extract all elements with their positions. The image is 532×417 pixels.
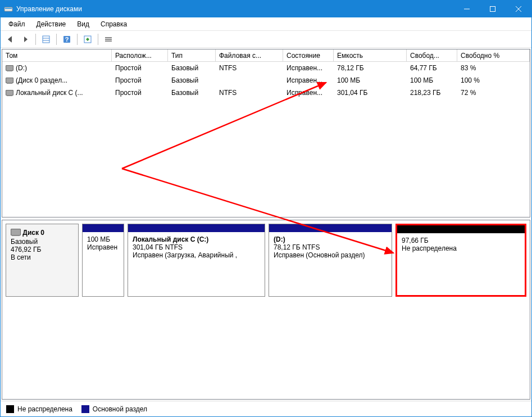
partition-color-bar	[397, 225, 525, 233]
partition-color-bar	[83, 224, 124, 232]
volume-icon	[6, 65, 13, 71]
volume-list-pane: Том Располож... Тип Файловая с... Состоя…	[2, 49, 530, 217]
toolbar-separator	[35, 34, 36, 45]
menu-action[interactable]: Действие	[31, 19, 72, 29]
cell-text: Исправен...	[287, 76, 322, 84]
cell-text: (D:)	[16, 64, 27, 72]
forward-button[interactable]	[19, 33, 32, 46]
window-title: Управление дисками	[16, 5, 454, 13]
partition-size: 100 МБ	[87, 235, 119, 243]
help-button[interactable]: ?	[60, 33, 74, 46]
cell-text: Базовый	[171, 76, 198, 84]
col-status[interactable]: Состояние	[283, 49, 334, 62]
cell-text: NTFS	[219, 64, 237, 72]
col-freepct[interactable]: Свободно %	[457, 49, 530, 62]
partition-size: 78,12 ГБ NTFS	[274, 243, 387, 251]
partition-box[interactable]: Локальный диск C (C:)301,04 ГБ NTFSИспра…	[128, 224, 265, 297]
cell-text: 218,23 ГБ	[410, 89, 440, 97]
disk-icon	[11, 229, 21, 235]
volume-cell: 100 %	[457, 76, 530, 84]
volume-cell: 78,12 ГБ	[334, 64, 407, 72]
svg-rect-14	[105, 40, 112, 42]
cell-text: Исправен...	[287, 89, 322, 97]
volume-icon	[6, 90, 13, 96]
svg-rect-13	[105, 39, 112, 40]
toolbar-separator	[98, 34, 98, 45]
cell-text: Локальный диск C (...	[16, 89, 83, 97]
partition-box[interactable]: 100 МБИсправен	[82, 224, 124, 297]
partition-status: Не распределена	[402, 244, 520, 252]
partition-box[interactable]: 97,66 ГБНе распределена	[395, 224, 526, 297]
minimize-button[interactable]	[454, 1, 480, 17]
legend-primary: Основной раздел	[81, 405, 147, 413]
cell-text: 72 %	[461, 89, 476, 97]
col-volume[interactable]: Том	[2, 49, 112, 62]
menu-help[interactable]: Справка	[95, 19, 133, 29]
partition-content: 97,66 ГБНе распределена	[397, 233, 525, 295]
volume-cell: 83 %	[457, 64, 530, 72]
volume-cell: Простой	[112, 64, 168, 72]
cell-text: 83 %	[461, 64, 476, 72]
partition-status: Исправен	[87, 243, 119, 251]
toolbar-separator	[56, 34, 57, 45]
menu-file[interactable]: Файл	[3, 19, 31, 29]
volume-row[interactable]: Локальный диск C (...ПростойБазовыйNTFSИ…	[2, 87, 530, 99]
volume-cell: 218,23 ГБ	[407, 89, 457, 97]
volume-cell: (D:)	[2, 64, 112, 72]
disk-info[interactable]: Диск 0 Базовый 476,92 ГБ В сети	[6, 224, 79, 297]
volume-icon	[6, 78, 13, 83]
cell-text: 100 МБ	[410, 76, 433, 84]
volume-list-header: Том Располож... Тип Файловая с... Состоя…	[2, 49, 530, 62]
cell-text: 78,12 ГБ	[337, 64, 364, 72]
volume-row[interactable]: (D:)ПростойБазовыйNTFSИсправен...78,12 Г…	[2, 62, 530, 74]
col-layout[interactable]: Располож...	[112, 49, 168, 62]
col-capacity[interactable]: Емкость	[334, 49, 407, 62]
disk-status: В сети	[11, 253, 74, 261]
partition-size: 97,66 ГБ	[402, 237, 520, 244]
volume-cell: Простой	[112, 89, 168, 97]
partition-color-bar	[269, 224, 392, 232]
volume-cell: NTFS	[216, 89, 283, 97]
cell-text: NTFS	[219, 89, 237, 97]
cell-text: Простой	[115, 89, 142, 97]
col-free[interactable]: Свобод...	[407, 49, 457, 62]
properties-button[interactable]	[39, 33, 53, 46]
disk-block: Диск 0 Базовый 476,92 ГБ В сети 100 МБИс…	[6, 224, 526, 297]
col-type[interactable]: Тип	[168, 49, 216, 62]
menubar: Файл Действие Вид Справка	[1, 17, 531, 31]
volume-cell: Простой	[112, 76, 168, 84]
legend-bar: Не распределена Основной раздел	[1, 401, 531, 416]
cell-text: Базовый	[171, 64, 198, 72]
cell-text: 100 %	[461, 76, 480, 84]
list-view-button[interactable]	[102, 33, 115, 46]
refresh-button[interactable]	[81, 33, 94, 46]
toolbar: ?	[1, 31, 531, 48]
titlebar: Управление дисками	[1, 1, 531, 17]
disk-size: 476,92 ГБ	[11, 246, 74, 253]
back-button[interactable]	[4, 33, 17, 46]
volume-cell: 100 МБ	[407, 76, 457, 84]
cell-text: Простой	[115, 64, 142, 72]
maximize-button[interactable]	[480, 1, 506, 17]
partition-content: Локальный диск C (C:)301,04 ГБ NTFSИспра…	[128, 232, 265, 296]
partition-name: Локальный диск C (C:)	[133, 235, 260, 243]
volume-cell: Исправен...	[283, 64, 334, 72]
volume-cell: Исправен...	[283, 89, 334, 97]
toolbar-separator	[77, 34, 78, 45]
col-filesystem[interactable]: Файловая с...	[216, 49, 283, 62]
svg-rect-3	[490, 7, 495, 12]
menu-view[interactable]: Вид	[71, 19, 95, 29]
partition-box[interactable]: (D:)78,12 ГБ NTFSИсправен (Основной разд…	[269, 224, 392, 297]
volume-cell: Локальный диск C (...	[2, 89, 112, 97]
partition-color-bar	[128, 224, 265, 232]
volume-cell: 64,77 ГБ	[407, 64, 457, 72]
partition-name: (D:)	[274, 235, 387, 243]
volume-cell: 301,04 ГБ	[334, 89, 407, 97]
partition-status: Исправен (Загрузка, Аварийный ,	[133, 251, 260, 259]
close-button[interactable]	[506, 1, 531, 17]
legend-label-unalloc: Не распределена	[17, 405, 72, 413]
svg-rect-1	[5, 8, 12, 9]
disk-number: Диск 0	[22, 229, 44, 237]
legend-swatch-unalloc	[6, 405, 14, 413]
volume-row[interactable]: (Диск 0 раздел...ПростойБазовыйИсправен.…	[2, 74, 530, 87]
